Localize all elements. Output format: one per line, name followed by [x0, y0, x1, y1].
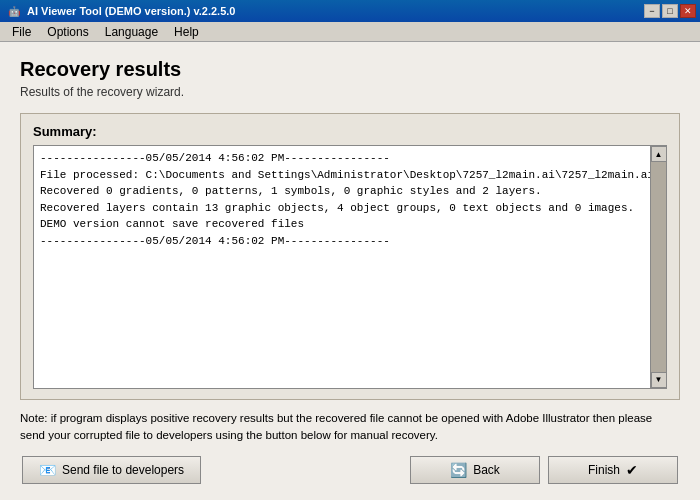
- menu-options[interactable]: Options: [39, 23, 96, 41]
- scrollbar: ▲ ▼: [650, 146, 666, 388]
- menu-file[interactable]: File: [4, 23, 39, 41]
- summary-label: Summary:: [33, 124, 667, 139]
- maximize-button[interactable]: □: [662, 4, 678, 18]
- finish-label: Finish: [588, 463, 620, 477]
- summary-content[interactable]: ----------------05/05/2014 4:56:02 PM---…: [34, 146, 650, 388]
- title-bar: 🤖 AI Viewer Tool (DEMO version.) v.2.2.5…: [0, 0, 700, 22]
- title-bar-text: AI Viewer Tool (DEMO version.) v.2.2.5.0: [27, 5, 235, 17]
- scroll-down-arrow[interactable]: ▼: [651, 372, 667, 388]
- menu-bar: File Options Language Help: [0, 22, 700, 42]
- summary-textarea-wrapper: ----------------05/05/2014 4:56:02 PM---…: [33, 145, 667, 389]
- check-icon: ✔: [626, 462, 638, 478]
- page-title: Recovery results: [20, 58, 680, 81]
- page-subtitle: Results of the recovery wizard.: [20, 85, 680, 99]
- summary-section: Summary: ----------------05/05/2014 4:56…: [20, 113, 680, 400]
- minimize-button[interactable]: −: [644, 4, 660, 18]
- title-bar-buttons: − □ ✕: [644, 4, 696, 18]
- send-to-developers-label: Send file to developers: [62, 463, 184, 477]
- finish-button[interactable]: Finish ✔: [548, 456, 678, 484]
- back-icon: 🔄: [450, 462, 467, 478]
- note-text: Note: if program displays positive recov…: [20, 410, 680, 445]
- close-button[interactable]: ✕: [680, 4, 696, 18]
- send-icon: 📧: [39, 462, 56, 478]
- scrollbar-track[interactable]: [651, 162, 666, 372]
- center-buttons: 🔄 Back Finish ✔: [410, 456, 678, 484]
- send-to-developers-button[interactable]: 📧 Send file to developers: [22, 456, 201, 484]
- menu-language[interactable]: Language: [97, 23, 166, 41]
- back-button[interactable]: 🔄 Back: [410, 456, 540, 484]
- app-icon: 🤖: [6, 3, 22, 19]
- main-content: Recovery results Results of the recovery…: [0, 42, 700, 500]
- scroll-up-arrow[interactable]: ▲: [651, 146, 667, 162]
- buttons-row: 📧 Send file to developers 🔄 Back Finish …: [20, 456, 680, 484]
- menu-help[interactable]: Help: [166, 23, 207, 41]
- title-bar-left: 🤖 AI Viewer Tool (DEMO version.) v.2.2.5…: [6, 3, 235, 19]
- back-label: Back: [473, 463, 500, 477]
